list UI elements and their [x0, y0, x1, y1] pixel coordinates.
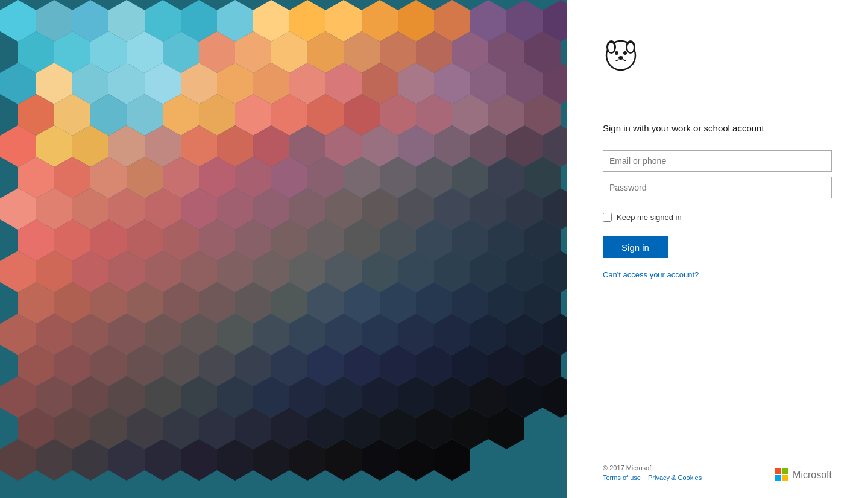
microsoft-text: Microsoft [793, 470, 832, 481]
footer-links: Terms of use Privacy & Cookies [603, 474, 702, 481]
ms-yellow-square [782, 475, 788, 481]
svg-point-233 [608, 43, 614, 52]
svg-point-235 [615, 51, 618, 55]
ms-blue-square [775, 475, 781, 481]
left-panel [0, 0, 567, 498]
terms-link[interactable]: Terms of use [603, 474, 641, 481]
svg-point-237 [618, 56, 623, 60]
microsoft-grid-icon [775, 468, 788, 481]
app-logo [603, 36, 639, 72]
password-input[interactable] [603, 177, 832, 198]
sign-in-content: Sign in with your work or school account… [567, 0, 868, 452]
hexagon-background [0, 0, 567, 498]
ms-green-square [782, 468, 788, 474]
sign-in-button[interactable]: Sign in [603, 236, 668, 258]
svg-point-234 [627, 43, 634, 52]
logo-area [603, 36, 832, 75]
sign-in-title: Sign in with your work or school account [603, 123, 832, 133]
ms-red-square [775, 468, 781, 474]
svg-point-236 [623, 51, 627, 55]
footer-left: © 2017 Microsoft Terms of use Privacy & … [603, 464, 702, 481]
privacy-link[interactable]: Privacy & Cookies [648, 474, 702, 481]
cant-access-link[interactable]: Can't access your account? [603, 270, 832, 279]
right-panel: Sign in with your work or school account… [567, 0, 868, 498]
email-input[interactable] [603, 150, 832, 172]
password-field-wrapper [603, 177, 832, 198]
keep-signed-in-checkbox[interactable] [603, 213, 612, 222]
footer: © 2017 Microsoft Terms of use Privacy & … [567, 452, 868, 498]
copyright-text: © 2017 Microsoft [603, 464, 702, 471]
keep-signed-in-wrapper: Keep me signed in [603, 213, 832, 222]
keep-signed-in-label[interactable]: Keep me signed in [617, 213, 682, 222]
email-field-wrapper [603, 150, 832, 172]
microsoft-logo: Microsoft [775, 468, 832, 481]
